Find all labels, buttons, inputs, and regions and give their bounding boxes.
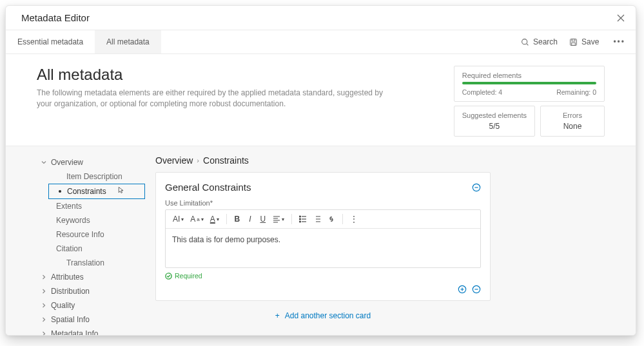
nav-overview-children: Item Description Constraints Extents Key… [37,169,145,270]
tabs: Essential metadata All metadata [6,30,161,53]
remove-field-button[interactable] [472,285,481,294]
save-button[interactable]: Save [569,37,599,46]
svg-point-6 [299,218,300,220]
card-actions [165,285,481,294]
required-label: Required elements [462,72,596,79]
svg-rect-2 [572,39,575,41]
remaining-count: Remaining: 0 [556,88,596,96]
chevron-right-icon [41,331,47,335]
nav-extents-label: Extents [56,202,82,211]
chevron-down-icon: ▾ [181,216,184,222]
chevron-right-icon: › [197,157,199,164]
chevron-down-icon [41,159,47,166]
nav-tree: Overview Item Description Constraints Ex… [37,155,145,326]
nav-item-description[interactable]: Item Description [48,169,145,184]
nav-citation[interactable]: Citation [48,242,145,256]
page-description: The following metadata elements are eith… [37,88,398,110]
font-family-button[interactable]: AI▾ [171,213,186,225]
stats-panel: Required elements Completed: 4 Remaining… [454,66,605,137]
plus-icon: + [275,311,280,320]
nav-extents[interactable]: Extents [48,199,145,213]
nav-resource-info[interactable]: Resource Info [48,227,145,242]
nav-overview[interactable]: Overview [37,155,145,169]
field-label: Use Limitation* [165,199,481,207]
nav-metadata-info[interactable]: Metadata Info [37,327,145,335]
add-field-button[interactable] [458,285,467,294]
completed-count: Completed: 4 [462,88,502,96]
number-list-button[interactable] [311,214,323,224]
add-section-button[interactable]: + Add another section card [155,306,491,325]
chevron-down-icon: ▾ [282,216,284,222]
errors-value: None [549,122,596,131]
nav-distribution[interactable]: Distribution [37,284,145,298]
nav-quality-label: Quality [51,301,75,310]
svg-point-0 [522,39,527,44]
required-indicator: Required [165,272,481,280]
font-color-button[interactable]: A▾ [208,213,221,225]
svg-point-5 [299,216,300,217]
suggested-stat: Suggested elements 5/5 [454,106,535,137]
rte-more-button[interactable]: ⋮ [348,213,360,225]
body: All metadata The following metadata elem… [6,54,636,335]
toolbar-actions: Search Save ••• [521,37,628,46]
nav-spatial-label: Spatial Info [51,315,90,324]
nav-constraints[interactable]: Constraints [48,184,145,199]
cursor-icon [117,186,125,194]
nav-overview-label: Overview [51,158,83,167]
save-icon [569,38,578,46]
nav-keywords[interactable]: Keywords [48,213,145,227]
editor-window: Metadata Editor Essential metadata All m… [5,5,636,336]
close-button[interactable] [616,14,625,23]
nav-metadata-label: Metadata Info [51,329,98,335]
errors-label: Errors [549,111,596,119]
toolbar: Essential metadata All metadata Search S… [6,30,636,54]
search-button[interactable]: Search [521,37,558,46]
rich-text-editor: AI▾ Aa▾ A▾ B I U ▾ [165,209,481,268]
nav-distribution-label: Distribution [51,287,90,296]
nav-spatial-info[interactable]: Spatial Info [37,312,145,327]
italic-button[interactable]: I [245,213,255,225]
svg-rect-3 [572,43,576,45]
search-label: Search [533,37,558,46]
nav-translation[interactable]: Translation [48,256,145,270]
separator [226,214,227,224]
nav-attributes[interactable]: Attributes [37,270,145,284]
tab-all[interactable]: All metadata [95,30,161,53]
chevron-down-icon: ▾ [201,216,204,222]
nav-quality[interactable]: Quality [37,298,145,312]
chevron-right-icon [41,302,47,309]
suggested-label: Suggested elements [462,111,527,119]
align-button[interactable]: ▾ [271,214,286,224]
content: Overview Item Description Constraints Ex… [6,146,636,335]
link-button[interactable] [326,214,337,224]
chevron-right-icon [41,316,47,323]
progress-bar [462,82,596,84]
constraint-card: General Constraints Use Limitation* AI▾ … [155,172,491,301]
separator [342,214,343,224]
window-title: Metadata Editor [21,12,90,23]
separator [291,214,292,224]
nav-keywords-label: Keywords [56,216,90,225]
required-stat: Required elements Completed: 4 Remaining… [454,66,605,102]
hero-text: All metadata The following metadata elem… [37,66,398,110]
remove-card-button[interactable] [472,183,481,192]
use-limitation-input[interactable]: This data is for demo purposes. [166,229,480,267]
rte-toolbar: AI▾ Aa▾ A▾ B I U ▾ [166,210,480,229]
search-icon [521,38,529,46]
chevron-down-icon: ▾ [217,216,219,222]
font-size-button[interactable]: Aa▾ [188,213,205,225]
underline-button[interactable]: U [258,213,268,225]
save-label: Save [581,37,599,46]
required-text: Required [175,272,202,280]
chevron-right-icon [41,274,47,280]
bold-button[interactable]: B [232,213,242,225]
titlebar: Metadata Editor [6,6,636,30]
hero: All metadata The following metadata elem… [6,54,636,146]
add-section-label: Add another section card [285,311,371,320]
more-button[interactable]: ••• [610,37,628,46]
svg-point-7 [299,221,300,222]
breadcrumb-root[interactable]: Overview [155,155,193,166]
breadcrumb: Overview › Constraints [155,155,491,166]
tab-essential[interactable]: Essential metadata [6,30,95,53]
bullet-list-button[interactable] [297,214,309,224]
